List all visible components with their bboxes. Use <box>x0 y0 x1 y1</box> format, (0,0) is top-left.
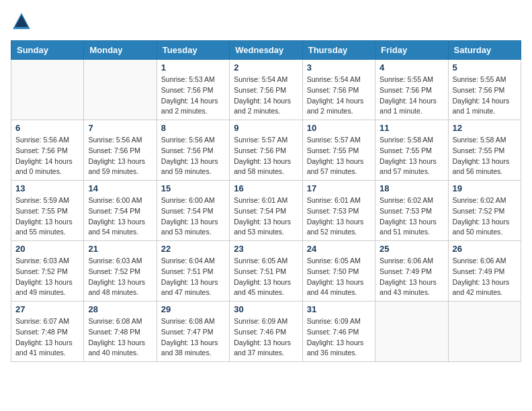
day-number: 9 <box>234 123 298 133</box>
day-info: Sunrise: 5:58 AM Sunset: 7:55 PM Dayligh… <box>380 135 443 177</box>
calendar-table: SundayMondayTuesdayWednesdayThursdayFrid… <box>11 40 521 362</box>
day-info: Sunrise: 6:02 AM Sunset: 7:53 PM Dayligh… <box>380 195 443 238</box>
day-number: 16 <box>234 183 298 193</box>
day-number: 23 <box>234 244 298 254</box>
calendar-cell: 1Sunrise: 5:53 AM Sunset: 7:56 PM Daylig… <box>157 60 229 120</box>
day-info: Sunrise: 6:01 AM Sunset: 7:54 PM Dayligh… <box>234 195 298 238</box>
day-info: Sunrise: 5:58 AM Sunset: 7:55 PM Dayligh… <box>453 135 517 177</box>
calendar-cell: 7Sunrise: 5:56 AM Sunset: 7:56 PM Daylig… <box>84 120 157 181</box>
calendar-cell: 13Sunrise: 5:59 AM Sunset: 7:55 PM Dayli… <box>11 181 84 241</box>
calendar-week-row: 13Sunrise: 5:59 AM Sunset: 7:55 PM Dayli… <box>11 181 521 241</box>
day-info: Sunrise: 6:00 AM Sunset: 7:54 PM Dayligh… <box>161 195 225 238</box>
day-info: Sunrise: 6:00 AM Sunset: 7:54 PM Dayligh… <box>88 195 152 238</box>
weekday-header: Saturday <box>448 41 521 60</box>
weekday-header-row: SundayMondayTuesdayWednesdayThursdayFrid… <box>11 41 521 60</box>
calendar-cell <box>448 302 521 362</box>
day-info: Sunrise: 6:09 AM Sunset: 7:46 PM Dayligh… <box>307 316 371 359</box>
day-info: Sunrise: 5:53 AM Sunset: 7:56 PM Dayligh… <box>161 75 225 117</box>
page-header <box>11 11 521 32</box>
calendar-cell: 4Sunrise: 5:55 AM Sunset: 7:56 PM Daylig… <box>375 60 448 120</box>
calendar-cell: 17Sunrise: 6:01 AM Sunset: 7:53 PM Dayli… <box>302 181 375 241</box>
calendar-week-row: 20Sunrise: 6:03 AM Sunset: 7:52 PM Dayli… <box>11 241 521 302</box>
calendar-cell: 29Sunrise: 6:08 AM Sunset: 7:47 PM Dayli… <box>157 302 229 362</box>
day-number: 27 <box>15 304 79 314</box>
day-info: Sunrise: 6:06 AM Sunset: 7:49 PM Dayligh… <box>453 256 517 298</box>
calendar-cell: 6Sunrise: 5:56 AM Sunset: 7:56 PM Daylig… <box>11 120 84 181</box>
weekday-header: Tuesday <box>157 41 229 60</box>
weekday-header: Wednesday <box>230 41 302 60</box>
calendar-cell: 11Sunrise: 5:58 AM Sunset: 7:55 PM Dayli… <box>375 120 448 181</box>
calendar-cell: 22Sunrise: 6:04 AM Sunset: 7:51 PM Dayli… <box>157 241 229 302</box>
calendar-cell <box>84 60 157 120</box>
calendar-week-row: 6Sunrise: 5:56 AM Sunset: 7:56 PM Daylig… <box>11 120 521 181</box>
day-number: 13 <box>15 183 79 193</box>
calendar-cell: 25Sunrise: 6:06 AM Sunset: 7:49 PM Dayli… <box>375 241 448 302</box>
calendar-cell: 21Sunrise: 6:03 AM Sunset: 7:52 PM Dayli… <box>84 241 157 302</box>
day-info: Sunrise: 6:08 AM Sunset: 7:47 PM Dayligh… <box>161 316 225 359</box>
calendar-cell: 26Sunrise: 6:06 AM Sunset: 7:49 PM Dayli… <box>448 241 521 302</box>
day-number: 30 <box>234 304 298 314</box>
calendar-cell: 30Sunrise: 6:09 AM Sunset: 7:46 PM Dayli… <box>230 302 302 362</box>
day-info: Sunrise: 6:06 AM Sunset: 7:49 PM Dayligh… <box>380 256 443 298</box>
day-number: 2 <box>234 62 298 73</box>
day-number: 7 <box>88 123 152 133</box>
day-info: Sunrise: 5:56 AM Sunset: 7:56 PM Dayligh… <box>88 135 152 177</box>
day-info: Sunrise: 6:02 AM Sunset: 7:52 PM Dayligh… <box>453 195 517 238</box>
day-number: 18 <box>380 183 443 193</box>
calendar-cell: 27Sunrise: 6:07 AM Sunset: 7:48 PM Dayli… <box>11 302 84 362</box>
calendar-cell <box>11 60 84 120</box>
calendar-cell: 28Sunrise: 6:08 AM Sunset: 7:48 PM Dayli… <box>84 302 157 362</box>
day-info: Sunrise: 5:56 AM Sunset: 7:56 PM Dayligh… <box>161 135 225 177</box>
day-number: 22 <box>161 244 225 254</box>
calendar-cell: 10Sunrise: 5:57 AM Sunset: 7:55 PM Dayli… <box>302 120 375 181</box>
day-info: Sunrise: 5:56 AM Sunset: 7:56 PM Dayligh… <box>15 135 79 177</box>
day-number: 20 <box>15 244 79 254</box>
day-info: Sunrise: 6:05 AM Sunset: 7:51 PM Dayligh… <box>234 256 298 298</box>
logo <box>11 11 36 32</box>
calendar-cell: 14Sunrise: 6:00 AM Sunset: 7:54 PM Dayli… <box>84 181 157 241</box>
calendar-week-row: 27Sunrise: 6:07 AM Sunset: 7:48 PM Dayli… <box>11 302 521 362</box>
calendar-cell: 2Sunrise: 5:54 AM Sunset: 7:56 PM Daylig… <box>230 60 302 120</box>
svg-marker-1 <box>15 15 28 27</box>
weekday-header: Sunday <box>11 41 84 60</box>
calendar-cell <box>375 302 448 362</box>
day-number: 14 <box>88 183 152 193</box>
calendar-cell: 12Sunrise: 5:58 AM Sunset: 7:55 PM Dayli… <box>448 120 521 181</box>
calendar-week-row: 1Sunrise: 5:53 AM Sunset: 7:56 PM Daylig… <box>11 60 521 120</box>
calendar-cell: 23Sunrise: 6:05 AM Sunset: 7:51 PM Dayli… <box>230 241 302 302</box>
day-info: Sunrise: 5:55 AM Sunset: 7:56 PM Dayligh… <box>453 75 517 117</box>
day-number: 21 <box>88 244 152 254</box>
weekday-header: Monday <box>84 41 157 60</box>
calendar-cell: 31Sunrise: 6:09 AM Sunset: 7:46 PM Dayli… <box>302 302 375 362</box>
calendar-cell: 24Sunrise: 6:05 AM Sunset: 7:50 PM Dayli… <box>302 241 375 302</box>
day-info: Sunrise: 6:04 AM Sunset: 7:51 PM Dayligh… <box>161 256 225 298</box>
day-info: Sunrise: 5:55 AM Sunset: 7:56 PM Dayligh… <box>380 75 443 117</box>
day-info: Sunrise: 6:03 AM Sunset: 7:52 PM Dayligh… <box>88 256 152 298</box>
calendar-cell: 16Sunrise: 6:01 AM Sunset: 7:54 PM Dayli… <box>230 181 302 241</box>
weekday-header: Friday <box>375 41 448 60</box>
calendar-cell: 3Sunrise: 5:54 AM Sunset: 7:56 PM Daylig… <box>302 60 375 120</box>
logo-icon <box>11 11 32 32</box>
day-number: 28 <box>88 304 152 314</box>
calendar-cell: 18Sunrise: 6:02 AM Sunset: 7:53 PM Dayli… <box>375 181 448 241</box>
day-info: Sunrise: 5:54 AM Sunset: 7:56 PM Dayligh… <box>234 75 298 117</box>
day-number: 11 <box>380 123 443 133</box>
day-number: 24 <box>307 244 371 254</box>
calendar-cell: 15Sunrise: 6:00 AM Sunset: 7:54 PM Dayli… <box>157 181 229 241</box>
day-info: Sunrise: 6:03 AM Sunset: 7:52 PM Dayligh… <box>15 256 79 298</box>
day-number: 26 <box>453 244 517 254</box>
day-info: Sunrise: 5:54 AM Sunset: 7:56 PM Dayligh… <box>307 75 371 117</box>
day-number: 1 <box>161 62 225 73</box>
calendar-cell: 9Sunrise: 5:57 AM Sunset: 7:56 PM Daylig… <box>230 120 302 181</box>
day-info: Sunrise: 5:57 AM Sunset: 7:56 PM Dayligh… <box>234 135 298 177</box>
day-info: Sunrise: 5:57 AM Sunset: 7:55 PM Dayligh… <box>307 135 371 177</box>
day-number: 8 <box>161 123 225 133</box>
day-number: 3 <box>307 62 371 73</box>
calendar-cell: 20Sunrise: 6:03 AM Sunset: 7:52 PM Dayli… <box>11 241 84 302</box>
day-number: 17 <box>307 183 371 193</box>
day-number: 5 <box>453 62 517 73</box>
day-number: 15 <box>161 183 225 193</box>
calendar-cell: 8Sunrise: 5:56 AM Sunset: 7:56 PM Daylig… <box>157 120 229 181</box>
day-info: Sunrise: 6:05 AM Sunset: 7:50 PM Dayligh… <box>307 256 371 298</box>
day-number: 6 <box>15 123 79 133</box>
